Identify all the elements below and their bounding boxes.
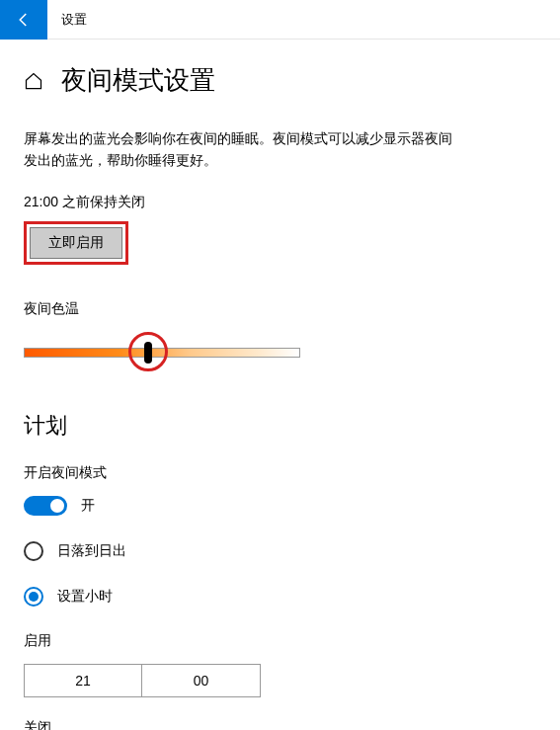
radio-sunset-label: 日落到日出	[57, 542, 126, 560]
enable-now-button[interactable]: 立即启用	[30, 227, 122, 259]
toggle-state-label: 开	[81, 497, 95, 515]
turn-on-hour[interactable]: 21	[24, 664, 142, 697]
arrow-left-icon	[15, 11, 33, 29]
description-text: 屏幕发出的蓝光会影响你在夜间的睡眠。夜间模式可以减少显示器夜间发出的蓝光，帮助你…	[24, 127, 458, 172]
window-title: 设置	[61, 11, 87, 29]
back-button[interactable]	[0, 0, 47, 40]
radio-icon	[24, 541, 43, 561]
schedule-enable-label: 开启夜间模式	[24, 464, 536, 482]
turn-off-label: 关闭	[24, 719, 536, 730]
home-icon	[24, 71, 43, 91]
page-title: 夜间模式设置	[61, 63, 215, 98]
schedule-heading: 计划	[24, 411, 536, 441]
turn-on-time-picker[interactable]: 21 00	[24, 664, 536, 697]
radio-sunset[interactable]: 日落到日出	[24, 541, 536, 561]
radio-set-hours-label: 设置小时	[57, 588, 113, 606]
turn-on-minute[interactable]: 00	[142, 664, 261, 697]
highlight-annotation: 立即启用	[24, 221, 128, 265]
schedule-toggle[interactable]	[24, 496, 67, 516]
radio-set-hours[interactable]: 设置小时	[24, 587, 536, 607]
slider-track	[24, 348, 300, 358]
color-temp-label: 夜间色温	[24, 300, 536, 318]
radio-icon	[24, 587, 43, 607]
toggle-knob	[50, 499, 64, 513]
slider-thumb[interactable]	[144, 342, 152, 364]
color-temp-slider[interactable]	[24, 332, 300, 371]
status-text: 21:00 之前保持关闭	[24, 194, 536, 211]
turn-on-label: 启用	[24, 632, 536, 650]
